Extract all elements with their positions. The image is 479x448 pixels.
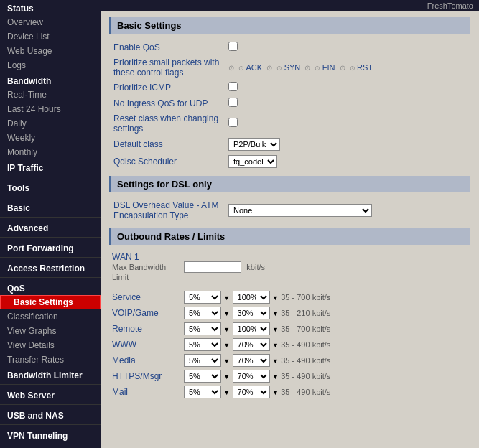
- rate-min-select[interactable]: 5%: [184, 322, 221, 335]
- enable-qos-row: Enable QoS: [109, 39, 470, 55]
- rate-max-select[interactable]: 70%: [233, 338, 270, 351]
- dropdown-arrow-max: ▼: [272, 358, 279, 365]
- sidebar-section-bandwidth: Bandwidth: [0, 73, 101, 88]
- enable-qos-value: [224, 39, 470, 55]
- basic-settings-table: Enable QoS Prioritize small packets with…: [109, 39, 470, 170]
- rate-row: Mail 5% ▼ 70% ▼ 35 - 490 kbit/s: [109, 384, 470, 400]
- sidebar-item-real-time[interactable]: Real-Time: [0, 88, 101, 102]
- dsl-settings-table: DSL Overhead Value - ATM Encapsulation T…: [109, 198, 470, 223]
- dropdown-arrow-min: ▼: [223, 389, 230, 396]
- reset-class-label: Reset class when changing settings: [109, 111, 224, 136]
- main-content: FreshTomato Basic Settings Enable QoS Pr…: [101, 0, 479, 448]
- rate-min-select[interactable]: 5%: [184, 307, 221, 319]
- wan-bandwidth-input[interactable]: 700: [184, 261, 241, 273]
- no-ingress-checkbox[interactable]: [228, 98, 238, 107]
- rate-min-select[interactable]: 5%: [184, 370, 221, 383]
- sidebar-item-classification[interactable]: Classification: [0, 309, 101, 324]
- default-class-row: Default class P2P/Bulk: [109, 136, 470, 153]
- flag-ack[interactable]: ACK: [238, 63, 262, 72]
- outbound-rates-title: Outbound Rates / Limits: [109, 228, 470, 245]
- rate-max-select[interactable]: 70%: [233, 354, 270, 367]
- wan-label: WAN 1 Max Bandwidth Limit: [109, 251, 181, 284]
- sidebar-item-overview[interactable]: Overview: [0, 15, 101, 29]
- divider-4: [0, 237, 101, 238]
- dsl-overhead-row: DSL Overhead Value - ATM Encapsulation T…: [109, 198, 470, 223]
- prioritize-icmp-row: Prioritize ICMP: [109, 80, 470, 95]
- wan-value-cell: 700 kbit/s: [181, 251, 470, 284]
- rate-range: 35 - 490 kbit/s: [281, 356, 330, 365]
- rate-row: Remote 5% ▼ 100% ▼ 35 - 700 kbit/s: [109, 321, 470, 337]
- rate-max-select[interactable]: 30%: [233, 307, 270, 319]
- sidebar-section-ip-traffic: IP Traffic: [0, 159, 101, 174]
- rate-row: HTTPS/Msgr 5% ▼ 70% ▼ 35 - 490 kbit/s: [109, 368, 470, 384]
- qdisc-select[interactable]: fq_codel: [228, 155, 277, 168]
- rate-controls: 5% ▼ 30% ▼ 35 - 210 kbit/s: [181, 305, 470, 321]
- sidebar: Status Overview Device List Web Usage Lo…: [0, 0, 101, 448]
- sidebar-item-web-usage[interactable]: Web Usage: [0, 44, 101, 58]
- rate-max-select[interactable]: 70%: [233, 386, 270, 398]
- rate-controls: 5% ▼ 70% ▼ 35 - 490 kbit/s: [181, 353, 470, 368]
- rate-min-select[interactable]: 5%: [184, 291, 221, 304]
- sidebar-item-logs[interactable]: Logs: [0, 58, 101, 73]
- top-bar: FreshTomato: [101, 0, 479, 11]
- sidebar-item-monthly[interactable]: Monthly: [0, 145, 101, 159]
- divider-1: [0, 177, 101, 177]
- prioritize-flags: ⊙ ACK ⊙ SYN ⊙ FIN ⊙ RST: [224, 55, 470, 80]
- rate-service-label: Mail: [109, 384, 181, 400]
- rate-max-select[interactable]: 100%: [233, 291, 270, 304]
- sidebar-item-device-list[interactable]: Device List: [0, 29, 101, 44]
- dsl-overhead-label: DSL Overhead Value - ATM Encapsulation T…: [109, 198, 224, 223]
- dropdown-arrow-max: ▼: [272, 373, 279, 381]
- dsl-overhead-select[interactable]: None: [228, 204, 372, 217]
- sidebar-section-vpn-tunneling: VPN Tunneling: [0, 427, 101, 442]
- divider-8: [0, 404, 101, 405]
- reset-class-checkbox[interactable]: [228, 118, 238, 127]
- divider-5: [0, 257, 101, 258]
- dsl-settings-title: Settings for DSL only: [109, 176, 470, 192]
- wan-row: WAN 1 Max Bandwidth Limit 700 kbit/s: [109, 251, 470, 284]
- sidebar-item-view-graphs[interactable]: View Graphs: [0, 324, 101, 338]
- rate-min-select[interactable]: 5%: [184, 354, 221, 367]
- app-name: FreshTomato: [427, 1, 473, 10]
- rate-controls: 5% ▼ 70% ▼ 35 - 490 kbit/s: [181, 384, 470, 400]
- dropdown-arrow-min: ▼: [223, 358, 230, 365]
- default-class-select[interactable]: P2P/Bulk: [228, 138, 280, 151]
- rate-min-select[interactable]: 5%: [184, 386, 221, 398]
- dropdown-arrow-max: ▼: [272, 342, 279, 349]
- rate-range: 35 - 490 kbit/s: [281, 372, 330, 381]
- dropdown-arrow-min: ▼: [223, 342, 230, 349]
- divider-6: [0, 277, 101, 278]
- no-ingress-label: No Ingress QoS for UDP: [109, 95, 224, 111]
- divider-9: [0, 424, 101, 425]
- content-area: Basic Settings Enable QoS Prioritize sma…: [101, 11, 479, 406]
- sidebar-section-usb-nas: USB and NAS: [0, 407, 101, 422]
- rate-controls: 5% ▼ 70% ▼ 35 - 490 kbit/s: [181, 337, 470, 353]
- sidebar-section-basic: Basic: [0, 200, 101, 215]
- flag-rst[interactable]: RST: [350, 63, 373, 72]
- sidebar-item-basic-settings[interactable]: Basic Settings: [0, 295, 101, 309]
- rate-service-label: Media: [109, 353, 181, 368]
- dropdown-arrow-max: ▼: [272, 294, 279, 302]
- sidebar-item-daily[interactable]: Daily: [0, 116, 101, 131]
- rate-controls: 5% ▼ 100% ▼ 35 - 700 kbit/s: [181, 289, 470, 305]
- qdisc-value: fq_codel: [224, 153, 470, 170]
- sidebar-item-transfer-rates[interactable]: Transfer Rates: [0, 353, 101, 367]
- flag-syn[interactable]: SYN: [276, 63, 300, 72]
- rate-row: WWW 5% ▼ 70% ▼ 35 - 490 kbit/s: [109, 337, 470, 353]
- rate-max-select[interactable]: 70%: [233, 370, 270, 383]
- default-class-value: P2P/Bulk: [224, 136, 470, 153]
- rate-service-label: VOIP/Game: [109, 305, 181, 321]
- sidebar-item-last-24-hours[interactable]: Last 24 Hours: [0, 102, 101, 116]
- rate-max-select[interactable]: 100%: [233, 322, 270, 335]
- no-ingress-row: No Ingress QoS for UDP: [109, 95, 470, 111]
- rate-row: Service 5% ▼ 100% ▼ 35 - 700 kbit/s: [109, 289, 470, 305]
- rate-min-select[interactable]: 5%: [184, 338, 221, 351]
- sidebar-item-view-details[interactable]: View Details: [0, 338, 101, 353]
- rate-row: VOIP/Game 5% ▼ 30% ▼ 35 - 210 kbit/s: [109, 305, 470, 321]
- enable-qos-checkbox[interactable]: [228, 42, 238, 51]
- prioritize-icmp-value: [224, 80, 470, 95]
- flag-fin[interactable]: FIN: [315, 63, 335, 72]
- sidebar-item-weekly[interactable]: Weekly: [0, 131, 101, 145]
- prioritize-small-label: Prioritize small packets with these cont…: [109, 55, 224, 80]
- prioritize-icmp-checkbox[interactable]: [228, 82, 238, 91]
